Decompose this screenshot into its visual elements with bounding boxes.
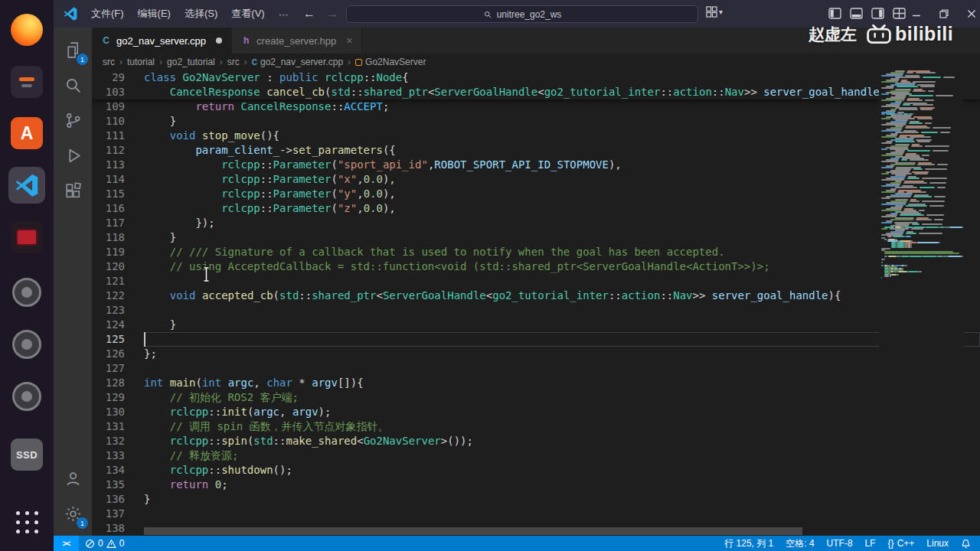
code-line[interactable]: 115 rclcpp::Parameter("y",0.0), [92,187,980,201]
gray-circle [12,382,41,411]
code-line[interactable]: 133 // 释放资源; [92,448,980,463]
code-line[interactable]: 122 void accepted_cb(std::shared_ptr<Ser… [92,289,980,303]
settings-gear-icon[interactable]: 1 [54,496,91,531]
gray-app-icon-1[interactable] [8,274,45,311]
code-line[interactable]: 129 // 初始化 ROS2 客户端; [92,390,980,405]
breadcrumb-item[interactable]: src [227,57,240,67]
code-line[interactable]: 135 return 0; [92,478,980,492]
encoding[interactable]: UTF-8 [827,538,853,549]
code-line[interactable]: 118 } [92,230,980,245]
line-number: 134 [92,463,144,478]
menu-item[interactable]: 选择(S) [178,4,224,24]
code-line[interactable]: 120 // using AcceptedCallback = std::fun… [92,259,980,274]
firefox-icon[interactable] [8,11,45,48]
close-button[interactable] [963,5,980,22]
code-line[interactable]: 110 } [92,114,980,129]
ssd-drive-icon[interactable]: SSD [8,436,45,473]
remote-indicator[interactable]: >< [54,536,79,551]
indentation[interactable]: 空格: 4 [786,537,814,550]
show-applications-icon[interactable] [8,504,45,540]
toggle-sidebar-icon[interactable] [828,8,841,19]
customize-layout-icon[interactable] [893,8,906,19]
breadcrumb-item[interactable]: src [103,57,115,67]
extensions-icon[interactable] [54,173,91,208]
menu-item[interactable]: 编辑(E) [131,4,178,24]
code-line[interactable]: 103 CancelResponse cancel_cb(std::shared… [92,85,980,99]
breadcrumb-item[interactable]: Go2NavServer [355,57,426,67]
notifications-bell-icon[interactable] [961,539,971,549]
eol-sequence[interactable]: LF [865,538,876,549]
editor[interactable]: 29class Go2NavServer : public rclcpp::No… [92,70,980,536]
close-icon[interactable]: × [346,34,352,47]
problems-indicator[interactable]: 0 0 [79,538,124,549]
breadcrumb-item[interactable]: Cgo2_nav_server.cpp [252,57,343,67]
code-line[interactable]: 130 rclcpp::init(argc, argv); [92,405,980,419]
cursor-position[interactable]: 行 125, 列 1 [724,537,773,550]
code-line[interactable]: 136} [92,492,980,507]
tab-create_server.hpp[interactable]: hcreate_server.hpp× [232,28,362,54]
code-line[interactable]: 132 rclcpp::spin(std::make_shared<Go2Nav… [92,434,980,448]
restore-button[interactable] [936,5,952,22]
editor-group: Cgo2_nav_server.cpphcreate_server.hpp× s… [92,28,980,536]
language-mode[interactable]: {} C++ [888,538,915,549]
line-number: 117 [92,216,144,230]
account-icon[interactable] [54,461,91,496]
code-line[interactable]: 137 [92,507,980,521]
line-number: 111 [92,129,144,143]
code-line[interactable]: 114 rclcpp::Parameter("x",0.0), [92,172,980,187]
code-line[interactable]: 134 rclcpp::shutdown(); [92,463,980,478]
code-line[interactable]: 113 rclcpp::Parameter("sport_api_id",ROB… [92,158,980,172]
code-line[interactable]: 117 }); [92,216,980,230]
titlebar: 文件(F)编辑(E)选择(S)查看(V)··· ← → unitree_go2_… [54,0,980,28]
toggle-panel-icon[interactable] [850,8,863,19]
run-debug-icon[interactable] [54,138,91,173]
search-icon[interactable] [54,67,91,103]
code-line[interactable]: 128int main(int argc, char * argv[]){ [92,376,980,390]
code-line[interactable]: 127 [92,361,980,376]
gray-app-icon-2[interactable] [8,326,45,363]
cells-layout-button[interactable]: ▾ [706,6,723,18]
breadcrumb-separator-icon: › [220,57,223,67]
code-line[interactable]: 116 rclcpp::Parameter("z",0.0), [92,201,980,216]
code-line[interactable]: 121 [92,274,980,289]
gray-app-icon-3[interactable] [8,378,45,415]
code-line[interactable]: 109 return CancelResponse::ACCEPT; [92,99,980,114]
code-line[interactable]: 111 void stop_move(){ [92,129,980,143]
breadcrumb-item[interactable]: go2_tutorial [167,57,215,67]
explorer-icon[interactable]: 1 [54,32,91,67]
toggle-secondary-sidebar-icon[interactable] [871,8,884,19]
horizontal-scrollbar[interactable] [92,527,879,536]
code-line[interactable]: 29class Go2NavServer : public rclcpp::No… [92,70,980,85]
code-line[interactable]: 126}; [92,347,980,361]
code-text: }); [144,216,980,230]
code-line[interactable]: 124 } [92,318,980,332]
minimap[interactable] [879,70,963,536]
code-line[interactable]: 125 [92,332,980,347]
scrollbar-thumb[interactable] [144,527,802,535]
code-line[interactable]: 112 param_client_->set_parameters({ [92,143,980,158]
menu-item[interactable]: 查看(V) [224,4,271,24]
breadcrumb-separator-icon: › [348,57,351,67]
code-line[interactable]: 123 [92,303,980,318]
minimize-button[interactable] [908,5,925,22]
command-center-search[interactable]: unitree_go2_ws [346,5,698,23]
forward-icon[interactable]: → [326,7,338,21]
tab-go2_nav_server.cpp[interactable]: Cgo2_nav_server.cpp [92,28,232,54]
breadcrumb-item[interactable]: tutorial [127,57,155,67]
line-number: 136 [92,492,144,507]
menu-item[interactable]: ··· [272,5,296,23]
os-indicator[interactable]: Linux [926,538,949,549]
menu-item[interactable]: 文件(F) [84,4,131,24]
search-icon [483,10,492,19]
code-text: return CancelResponse::ACCEPT; [144,99,980,114]
breadcrumb[interactable]: src›tutorial›go2_tutorial›src›Cgo2_nav_s… [92,54,980,70]
back-icon[interactable]: ← [303,7,315,21]
line-number: 128 [92,376,144,390]
software-center-icon[interactable]: A [8,115,45,152]
media-player-icon[interactable] [8,219,45,256]
vscode-dock-icon[interactable] [8,167,45,204]
code-line[interactable]: 131 // 调用 spin 函数，并传入节点对象指针。 [92,419,980,434]
source-control-icon[interactable] [54,103,91,138]
code-line[interactable]: 119 // /// Signature of a callback that … [92,245,980,259]
dark-app-icon[interactable] [8,64,45,100]
